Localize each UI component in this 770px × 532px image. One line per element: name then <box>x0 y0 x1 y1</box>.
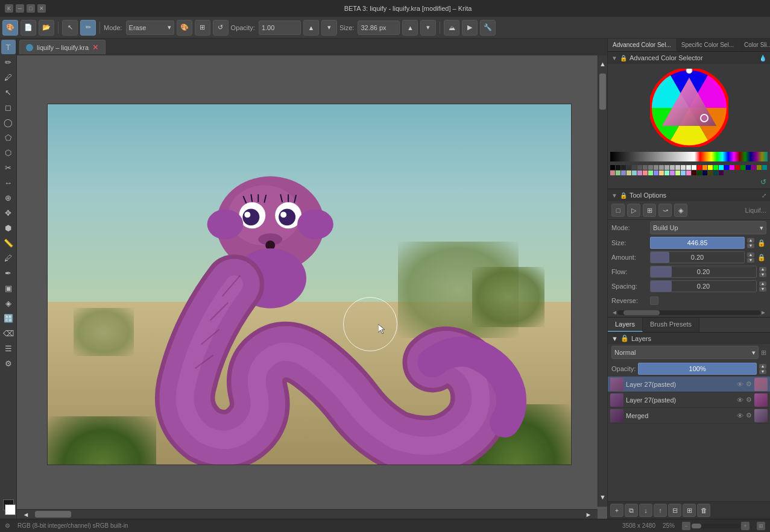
mirror-btn[interactable]: ⊞ <box>195 20 210 36</box>
liquify-scale-btn[interactable]: ▷ <box>627 204 640 217</box>
layer-row[interactable]: Merged 👁 ⚙ <box>608 408 770 424</box>
scroll-horiz-thumb[interactable] <box>35 511 71 518</box>
swatch[interactable] <box>610 171 615 175</box>
canvas-tab-active[interactable]: liquify – liquify.kra ✕ <box>19 40 106 54</box>
color-refresh-icon[interactable]: ↺ <box>760 178 766 186</box>
swatch[interactable] <box>632 165 637 170</box>
swatch[interactable] <box>621 171 626 175</box>
swatch[interactable] <box>719 165 724 170</box>
tool-options-header[interactable]: ▼ 🔒 Tool Options ⤢ <box>608 189 770 201</box>
swatch[interactable] <box>643 165 648 170</box>
tab-close-btn[interactable]: ✕ <box>92 43 99 52</box>
swatch[interactable] <box>637 165 642 170</box>
flow-down-arrow[interactable]: ▼ <box>759 272 766 277</box>
hscroll-right[interactable]: ► <box>760 309 766 316</box>
swatch[interactable] <box>702 171 707 175</box>
layers-list[interactable]: Layer 27(pasted) 👁 ⚙ Layer 27(pasted) 👁 … <box>608 377 770 501</box>
swatch[interactable] <box>740 165 745 170</box>
amount-down-arrow[interactable]: ▼ <box>747 258 754 263</box>
canvas-content[interactable]: ▲ ▼ ◄ ► <box>17 55 607 519</box>
flow-slider[interactable]: 0.20 <box>650 266 757 278</box>
minimize-btn[interactable]: ─ <box>16 4 24 13</box>
swatch[interactable] <box>616 165 620 170</box>
swatch[interactable] <box>724 165 729 170</box>
swatch[interactable] <box>751 165 756 170</box>
color-wheel-area[interactable] <box>608 64 770 152</box>
tool-freehand[interactable]: ↖ <box>1 85 16 99</box>
size-lock-icon[interactable]: 🔒 <box>757 238 766 248</box>
swatch[interactable] <box>713 171 718 175</box>
tool-smart[interactable]: ◈ <box>1 296 16 310</box>
swatch[interactable] <box>702 165 707 170</box>
swatch[interactable] <box>664 165 669 170</box>
size-prop-input[interactable]: 446.85 <box>650 237 745 249</box>
new-btn[interactable]: 📄 <box>21 20 36 36</box>
panel-collapse-icon[interactable]: ▼ <box>611 55 617 61</box>
layers-grid-icon[interactable]: ⊞ <box>761 349 766 357</box>
liquify-rotate-btn[interactable]: ⊞ <box>643 204 656 217</box>
swatch[interactable] <box>648 165 653 170</box>
swatch[interactable] <box>675 171 680 175</box>
brush-tip-btn[interactable]: ⛰ <box>444 20 459 36</box>
swatch[interactable] <box>675 165 680 170</box>
zoom-in-btn[interactable]: + <box>741 522 749 530</box>
swatch[interactable] <box>686 171 691 175</box>
brush-presets-tab[interactable]: Brush Presets <box>643 318 699 332</box>
swatch[interactable] <box>670 165 675 170</box>
swatch[interactable] <box>648 171 653 175</box>
layer-options-icon[interactable]: ⚙ <box>746 380 752 388</box>
copy-layer-btn[interactable]: ⧉ <box>625 504 638 517</box>
opacity-input[interactable]: 1.00 <box>259 20 301 35</box>
tool-settings[interactable]: ⚙ <box>1 356 16 371</box>
swatch[interactable] <box>697 165 702 170</box>
move-up-btn[interactable]: ↑ <box>654 504 667 517</box>
scroll-right-btn[interactable]: ► <box>584 510 593 519</box>
tool-clone[interactable]: ▣ <box>1 281 16 295</box>
liquify-color-btn[interactable]: ◈ <box>674 204 687 217</box>
tab-specific-color[interactable]: Specific Color Sel... <box>677 39 739 51</box>
mode-prop-dropdown[interactable]: Build Up ▾ <box>650 221 766 234</box>
swatch[interactable] <box>697 171 702 175</box>
layers-lock-icon[interactable]: 🔒 <box>620 334 629 342</box>
layer-row[interactable]: Layer 27(pasted) 👁 ⚙ <box>608 392 770 408</box>
swatch[interactable] <box>730 165 734 170</box>
swatch[interactable] <box>643 171 648 175</box>
swatch[interactable] <box>616 171 620 175</box>
spacing-up-arrow[interactable]: ▲ <box>759 281 766 286</box>
color-wheel[interactable] <box>650 69 728 147</box>
tool-select[interactable]: ☰ <box>1 341 16 355</box>
swatch[interactable] <box>621 165 626 170</box>
tool-text[interactable]: 🔠 <box>1 311 16 325</box>
reverse-checkbox[interactable] <box>650 296 658 305</box>
swatch[interactable] <box>610 165 615 170</box>
flatten-btn[interactable]: ⊟ <box>668 504 681 517</box>
tool-transform[interactable]: ↔ <box>1 175 16 190</box>
swatch[interactable] <box>757 165 762 170</box>
status-settings-icon[interactable]: ⚙ <box>5 522 10 529</box>
scroll-left-btn[interactable]: ◄ <box>22 510 30 519</box>
swatch[interactable] <box>637 171 642 175</box>
swatch[interactable] <box>719 171 724 175</box>
record-btn[interactable]: ▶ <box>462 20 478 36</box>
tool-options-collapse-icon[interactable]: ▼ <box>611 192 617 199</box>
layer-row[interactable]: Layer 27(pasted) 👁 ⚙ <box>608 377 770 392</box>
spacing-down-arrow[interactable]: ▼ <box>759 287 766 292</box>
tool-ellipse[interactable]: ◯ <box>1 115 16 130</box>
amount-slider[interactable]: 0.20 <box>650 251 745 263</box>
liquify-offset-btn[interactable]: ⤻ <box>658 204 672 217</box>
tool-move[interactable]: ✥ <box>1 205 16 220</box>
tool-fill[interactable]: 🖊 <box>1 70 16 84</box>
tool-calligraphy[interactable]: ✏ <box>1 55 16 69</box>
zoom-out-btn[interactable]: − <box>682 522 690 530</box>
paint-btn[interactable]: ✏ <box>80 20 96 36</box>
swatch[interactable] <box>692 165 696 170</box>
liquify-move-btn[interactable]: □ <box>611 204 625 217</box>
restore-btn[interactable]: □ <box>27 4 35 13</box>
swatch[interactable] <box>708 165 713 170</box>
layer-options-icon[interactable]: ⚙ <box>746 412 752 419</box>
tool-options-lock-icon[interactable]: 🔒 <box>620 192 627 199</box>
zoom-slider[interactable] <box>692 524 740 528</box>
tab-color-slider[interactable]: Color Sli... <box>739 39 770 51</box>
size-arrow-up[interactable]: ▲ <box>402 20 418 36</box>
canvas-scrollbar-bottom[interactable]: ◄ ► <box>17 509 598 519</box>
